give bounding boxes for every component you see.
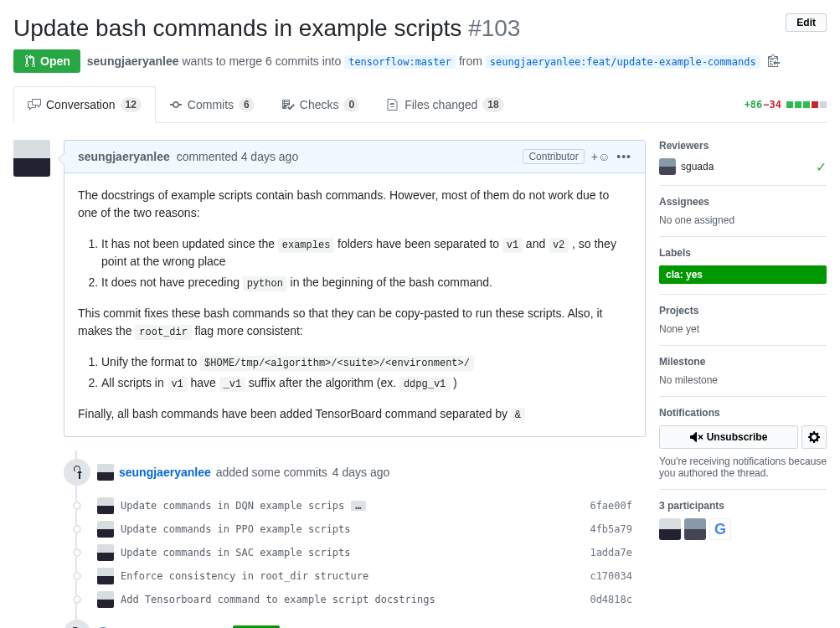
pr-author-link[interactable]: seungjaeryanlee (87, 54, 179, 68)
commit-row: Add Tensorboard command to example scrip… (64, 588, 646, 611)
milestone-heading[interactable]: Milestone (659, 356, 827, 368)
list-item: All scripts in v1 have _v1 suffix after … (101, 374, 631, 392)
paragraph: The docstrings of example scripts contai… (78, 187, 631, 222)
contributor-badge: Contributor (523, 149, 584, 164)
commit-message-link[interactable]: Enforce consistency in root_dir structur… (121, 570, 368, 582)
projects-heading[interactable]: Projects (659, 305, 827, 317)
avatar[interactable] (97, 544, 114, 561)
head-branch[interactable]: seungjaeryanlee:feat/update-example-comm… (486, 55, 760, 69)
commit-author-link[interactable]: seungjaeryanlee (119, 466, 211, 479)
repo-push-icon (64, 459, 90, 486)
expand-ellipsis[interactable]: … (351, 501, 365, 511)
paragraph: Finally, all bash commands have been add… (78, 405, 631, 423)
avatar[interactable] (97, 521, 114, 538)
assignees-value: No one assigned (659, 214, 827, 226)
avatar[interactable]: G (709, 518, 731, 540)
commit-sha-link[interactable]: 1adda7e (590, 547, 632, 559)
merge-description: seungjaeryanlee wants to merge 6 commits… (87, 54, 760, 68)
timeline-event: G googlebot added the cla: yes label 4 d… (97, 625, 372, 629)
page-title: Update bash commands in example scripts … (13, 13, 520, 43)
avatar[interactable] (13, 140, 50, 177)
paragraph: This commit fixes these bash commands so… (78, 305, 631, 340)
tab-checks[interactable]: Checks 0 (268, 86, 373, 122)
commit-sha-link[interactable]: 0d4818c (590, 594, 632, 605)
avatar[interactable] (659, 518, 681, 540)
notification-description: You're receiving notifications because y… (659, 456, 827, 479)
milestone-value: No milestone (659, 374, 827, 386)
list-item: It does not have preceding python in the… (101, 274, 631, 291)
base-branch[interactable]: tensorflow:master (344, 55, 456, 69)
git-commit-icon (169, 98, 183, 111)
comment: seungjaeryanlee commented 4 days ago Con… (64, 140, 646, 437)
commit-message-link[interactable]: Add Tensorboard command to example scrip… (121, 594, 435, 605)
avatar[interactable] (97, 568, 114, 584)
avatar[interactable] (97, 591, 114, 608)
pull-request-icon (23, 54, 37, 68)
commit-row: Update commands in DQN example scrips… 6… (64, 494, 646, 517)
diffstat[interactable]: +86 −34 (745, 99, 827, 111)
files-count: 18 (482, 97, 503, 112)
conversation-count: 12 (121, 97, 142, 112)
state-badge: Open (13, 49, 80, 73)
commit-message-link[interactable]: Update commands in SAC example scripts (121, 547, 351, 559)
labels-heading[interactable]: Labels (659, 247, 827, 259)
google-icon: G (97, 625, 109, 629)
issue-number: #103 (468, 15, 520, 41)
notifications-heading: Notifications (659, 407, 827, 419)
add-reaction-icon[interactable]: +☺ (591, 150, 610, 163)
avatar[interactable] (97, 464, 114, 481)
tab-files[interactable]: Files changed 18 (373, 86, 518, 122)
commit-row: Update commands in PPO example scripts 4… (64, 517, 646, 541)
avatar[interactable] (684, 518, 706, 540)
file-diff-icon (386, 98, 399, 111)
commit-message-link[interactable]: Update commands in DQN example scrips (121, 500, 344, 512)
projects-value: None yet (659, 323, 827, 335)
gear-icon (807, 430, 821, 444)
check-icon: ✓ (816, 159, 827, 175)
commit-row: Enforce consistency in root_dir structur… (64, 564, 646, 588)
comment-time: commented 4 days ago (173, 150, 298, 163)
commit-sha-link[interactable]: c170034 (590, 570, 632, 582)
avatar[interactable] (659, 158, 676, 175)
timeline-event: seungjaeryanlee added some commits 4 day… (97, 464, 389, 481)
list-item: Unify the format to $HOME/tmp/<algorithm… (101, 353, 631, 371)
reviewer-link[interactable]: sguada (681, 161, 714, 172)
participants-heading: 3 participants (659, 500, 827, 512)
commit-row: Update commands in SAC example scripts 1… (64, 541, 646, 564)
tab-conversation[interactable]: Conversation 12 (13, 86, 156, 123)
commits-count: 6 (239, 97, 255, 112)
list-item: It has not been updated since the exampl… (101, 235, 631, 270)
checklist-icon (281, 98, 295, 111)
copy-icon[interactable] (767, 54, 781, 69)
label-badge[interactable]: cla: yes (659, 265, 827, 284)
tab-commits[interactable]: Commits 6 (156, 86, 268, 122)
comment-discussion-icon (28, 98, 41, 111)
comment-author-link[interactable]: seungjaeryanlee (78, 150, 170, 163)
unsubscribe-button[interactable]: Unsubscribe (659, 425, 798, 449)
mute-icon (690, 430, 703, 444)
edit-button[interactable]: Edit (786, 13, 827, 32)
assignees-heading[interactable]: Assignees (659, 196, 827, 208)
reviewers-heading[interactable]: Reviewers (659, 140, 827, 152)
tag-icon (64, 620, 90, 628)
commit-sha-link[interactable]: 4fb5a79 (590, 523, 632, 535)
avatar[interactable] (97, 497, 114, 514)
notification-settings-button[interactable] (801, 425, 827, 449)
checks-count: 0 (343, 97, 359, 112)
commit-sha-link[interactable]: 6fae00f (590, 500, 632, 512)
commit-message-link[interactable]: Update commands in PPO example scripts (121, 523, 351, 535)
kebab-icon[interactable]: ••• (616, 150, 631, 163)
